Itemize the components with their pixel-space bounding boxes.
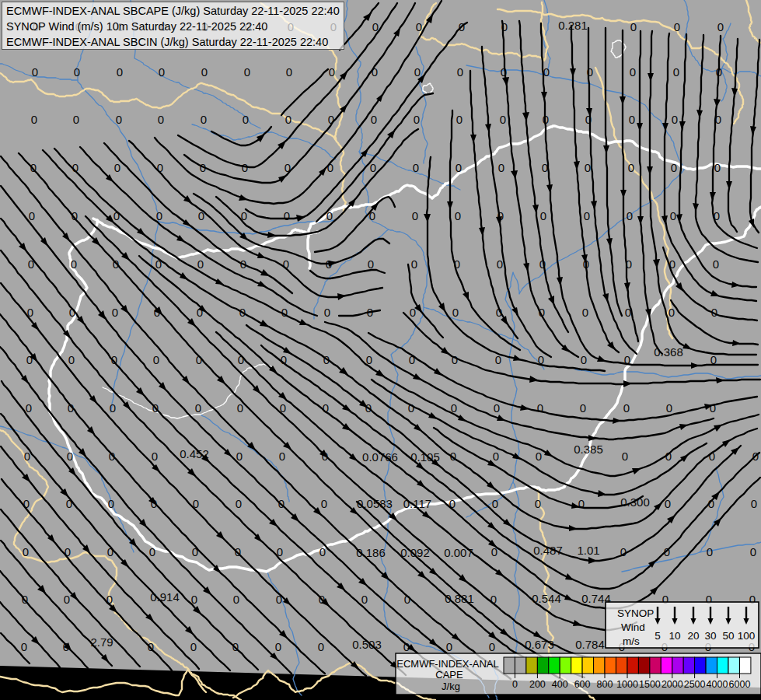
svg-text:0: 0 <box>751 497 757 510</box>
svg-text:0: 0 <box>710 401 716 415</box>
svg-text:0: 0 <box>414 65 421 79</box>
svg-text:4000: 4000 <box>707 679 728 690</box>
svg-text:0: 0 <box>717 20 724 33</box>
svg-text:400: 400 <box>552 679 568 690</box>
svg-text:0: 0 <box>243 113 249 126</box>
svg-text:0: 0 <box>713 257 719 271</box>
svg-text:0: 0 <box>116 113 122 126</box>
svg-text:0: 0 <box>108 497 114 510</box>
svg-text:0: 0 <box>585 161 591 174</box>
svg-text:2000: 2000 <box>662 679 683 690</box>
svg-text:20: 20 <box>687 630 699 642</box>
svg-text:50: 50 <box>722 630 734 642</box>
svg-text:0: 0 <box>279 450 285 463</box>
svg-text:0: 0 <box>318 640 324 653</box>
svg-text:0: 0 <box>21 640 27 653</box>
svg-text:0: 0 <box>156 209 162 222</box>
svg-text:0: 0 <box>671 161 677 174</box>
svg-text:600: 600 <box>574 679 591 690</box>
svg-text:m/s: m/s <box>623 635 640 647</box>
svg-text:0: 0 <box>324 306 330 319</box>
svg-text:ECMWF-INDEX-ANAL: ECMWF-INDEX-ANAL <box>396 658 498 670</box>
svg-text:0: 0 <box>73 113 79 126</box>
svg-text:0: 0 <box>201 113 207 126</box>
svg-text:SYNOP: SYNOP <box>617 607 654 619</box>
svg-text:Wind: Wind <box>621 621 645 633</box>
svg-text:0: 0 <box>71 257 77 271</box>
svg-text:800: 800 <box>597 679 613 690</box>
svg-text:0: 0 <box>286 65 292 79</box>
svg-text:0: 0 <box>371 113 377 126</box>
svg-text:6000: 6000 <box>729 679 751 690</box>
svg-text:0: 0 <box>414 113 420 126</box>
svg-text:ECMWF-INDEX-ANAL SBCIN (J/kg): ECMWF-INDEX-ANAL SBCIN (J/kg) Saturday 2… <box>6 36 328 48</box>
svg-text:1500: 1500 <box>639 679 661 690</box>
svg-text:0: 0 <box>152 450 158 463</box>
svg-text:0: 0 <box>536 450 542 463</box>
svg-text:0: 0 <box>494 401 500 415</box>
svg-text:0: 0 <box>149 545 155 558</box>
svg-text:0: 0 <box>668 306 675 319</box>
svg-text:0: 0 <box>23 545 29 558</box>
svg-text:0: 0 <box>672 113 678 126</box>
svg-text:5: 5 <box>655 630 661 642</box>
svg-text:0.007: 0.007 <box>444 546 473 559</box>
svg-text:1000: 1000 <box>616 679 638 690</box>
svg-text:SYNOP Wind (m/s) 10m Saturday: SYNOP Wind (m/s) 10m Saturday 22-11-2025… <box>6 20 267 33</box>
svg-text:0: 0 <box>329 65 335 79</box>
svg-text:0: 0 <box>370 161 376 174</box>
svg-text:0: 0 <box>446 640 452 653</box>
svg-text:0: 0 <box>629 113 635 126</box>
svg-text:0: 0 <box>452 306 459 319</box>
svg-text:0.300: 0.300 <box>620 495 650 509</box>
svg-text:0: 0 <box>368 257 374 271</box>
svg-text:0: 0 <box>630 65 636 79</box>
svg-text:0: 0 <box>497 257 503 271</box>
svg-text:0: 0 <box>190 640 197 653</box>
svg-text:0: 0 <box>452 353 458 366</box>
svg-text:0: 0 <box>498 161 504 174</box>
svg-text:0: 0 <box>582 306 588 319</box>
svg-text:0.281: 0.281 <box>558 19 588 32</box>
svg-text:0.503: 0.503 <box>352 638 382 651</box>
svg-text:0: 0 <box>285 113 291 126</box>
svg-text:0: 0 <box>674 20 680 33</box>
svg-text:2500: 2500 <box>684 679 706 690</box>
svg-text:0: 0 <box>512 679 518 690</box>
svg-text:0: 0 <box>411 257 417 271</box>
svg-text:0: 0 <box>236 450 243 463</box>
svg-text:0: 0 <box>489 640 495 653</box>
svg-text:0: 0 <box>64 593 70 606</box>
svg-text:200: 200 <box>529 679 546 690</box>
svg-text:0: 0 <box>673 65 679 79</box>
svg-text:0: 0 <box>627 209 633 222</box>
svg-text:0: 0 <box>580 401 586 415</box>
svg-text:0: 0 <box>714 161 721 174</box>
svg-text:0.914: 0.914 <box>150 590 180 604</box>
svg-text:0: 0 <box>67 450 73 463</box>
svg-text:0: 0 <box>26 401 32 415</box>
svg-text:0: 0 <box>361 593 368 606</box>
svg-text:0: 0 <box>584 209 590 222</box>
svg-text:0: 0 <box>31 113 37 126</box>
svg-text:ECMWF-INDEX-ANAL SBCAPE (J/kg): ECMWF-INDEX-ANAL SBCAPE (J/kg) Saturday … <box>6 5 340 17</box>
svg-text:0: 0 <box>197 257 204 271</box>
svg-text:0: 0 <box>500 113 506 126</box>
svg-text:0: 0 <box>158 113 164 126</box>
svg-text:0: 0 <box>195 401 201 415</box>
svg-text:0: 0 <box>284 209 290 222</box>
svg-text:0: 0 <box>117 65 123 79</box>
svg-text:0: 0 <box>68 353 75 366</box>
svg-text:0: 0 <box>233 593 239 606</box>
svg-text:0.784: 0.784 <box>575 638 605 651</box>
svg-text:0: 0 <box>412 209 418 222</box>
svg-text:0: 0 <box>201 65 208 79</box>
svg-text:0: 0 <box>153 353 159 366</box>
svg-text:0.368: 0.368 <box>654 345 683 359</box>
svg-text:0: 0 <box>321 497 327 510</box>
svg-text:10: 10 <box>668 630 680 642</box>
svg-text:0: 0 <box>622 450 628 463</box>
svg-text:0: 0 <box>416 20 422 33</box>
svg-text:0: 0 <box>666 401 672 415</box>
svg-text:J/kg: J/kg <box>442 681 460 692</box>
